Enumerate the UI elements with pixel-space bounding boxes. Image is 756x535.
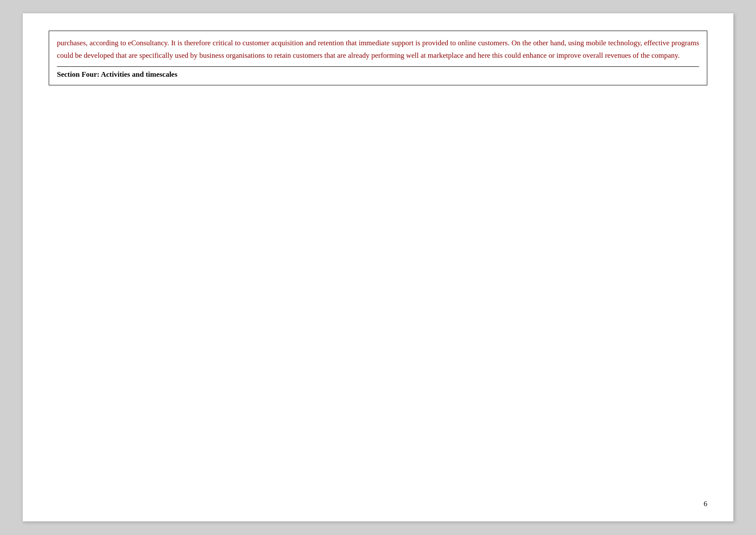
page-number: 6 <box>704 500 708 508</box>
content-box: purchases, according to eConsultancy. It… <box>49 31 707 85</box>
paragraph-text: purchases, according to eConsultancy. It… <box>57 37 699 62</box>
section-heading: Section Four: Activities and timescales <box>57 66 699 79</box>
document-page: purchases, according to eConsultancy. It… <box>22 13 734 522</box>
